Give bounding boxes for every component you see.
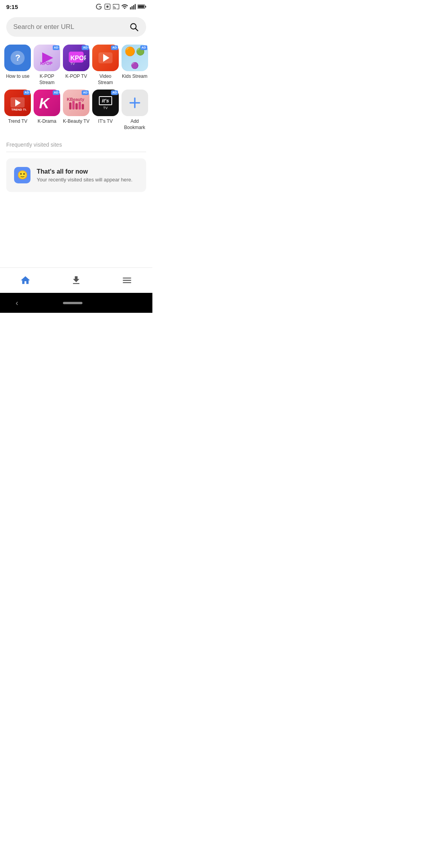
menu-icon [122,275,132,286]
google-icon [95,3,102,10]
bookmark-label-video-stream: Video Stream [92,74,119,86]
status-icons [95,3,146,10]
svg-rect-23 [69,102,72,109]
empty-state-title: That's all for now [37,168,132,175]
bookmark-kpop-stream[interactable]: KPOP AD K-POP Stream [32,45,62,86]
bookmark-label-kids-stream: Kids Stream [122,74,147,80]
ad-badge-video-stream: AD [111,45,118,50]
system-nav-bar: ‹ [0,293,152,313]
add-bookmark-icon [122,90,148,116]
bookmark-label-kpop-stream: K-POP Stream [34,74,60,86]
bookmark-k-beauty[interactable]: KBeauty AD K-Beauty TV [62,90,91,131]
back-button[interactable]: ‹ [16,298,18,307]
bookmark-label-its-tv: IT's TV [98,118,113,125]
bookmark-kpop-tv[interactable]: KPOP TV AD K-POP TV [62,45,91,86]
ad-badge-k-drama: AD [53,90,60,95]
bookmark-trend-tv[interactable]: TREND TV AD Trend TV [3,90,32,131]
search-bar[interactable] [6,17,146,37]
home-icon [20,275,31,286]
menu-nav-button[interactable] [114,273,140,287]
bookmark-kids-stream[interactable]: 🟠🟢🟣 AD Kids Stream [120,45,149,86]
status-time: 9:15 [6,4,18,10]
svg-rect-8 [145,6,146,8]
bookmark-label-add: Add Bookmark [122,118,148,131]
screenshot-icon [104,3,111,10]
search-bar-container [0,12,152,41]
svg-text:TREND TV: TREND TV [11,108,26,111]
signal-icon [130,3,136,10]
svg-rect-26 [79,102,81,109]
svg-text:KBeauty: KBeauty [67,97,85,102]
bookmark-label-k-beauty: K-Beauty TV [63,118,89,125]
section-divider [6,152,146,152]
bookmark-label-trend-tv: Trend TV [8,118,27,125]
empty-state-card: 🙂 That's all for now Your recently visit… [6,158,146,192]
bookmarks-grid: ? How to use KPOP AD K-POP Stream KPOP [0,41,152,135]
bookmark-k-drama[interactable]: K AD K-Drama [32,90,62,131]
bookmark-video-stream[interactable]: AD Video Stream [91,45,120,86]
svg-text:KPOP: KPOP [70,55,86,61]
ad-badge-trend-tv: AD [23,90,30,95]
svg-text:TV: TV [70,62,75,66]
svg-rect-3 [132,6,133,10]
status-bar: 9:15 [0,0,152,12]
main-spacer [0,192,152,267]
wifi-icon [121,3,128,10]
search-input[interactable] [13,23,125,31]
download-icon [71,275,82,286]
ad-badge-k-beauty: AD [82,90,89,95]
svg-rect-24 [72,101,75,109]
download-nav-button[interactable] [63,273,89,287]
bookmark-add[interactable]: Add Bookmark [120,90,149,131]
svg-rect-2 [130,7,131,9]
home-nav-button[interactable] [12,273,39,287]
svg-rect-5 [135,4,136,9]
bookmark-how-to-use[interactable]: ? How to use [3,45,32,86]
svg-rect-25 [75,103,78,109]
svg-text:KPOP: KPOP [40,61,52,66]
svg-point-1 [106,5,109,8]
svg-rect-27 [82,104,84,109]
ad-badge-kids-stream: AD [140,45,147,50]
frequently-visited-title: Frequently visited sites [0,135,152,152]
ad-badge-its-tv: AD [111,90,118,95]
svg-line-10 [136,29,138,31]
empty-state-subtitle: Your recently visited sites will appear … [37,177,132,183]
how-to-use-icon: ? [4,45,31,71]
battery-icon [138,4,146,9]
home-indicator[interactable] [63,302,82,304]
empty-state-icon: 🙂 [14,167,30,183]
ad-badge-kpop-stream: AD [53,45,60,50]
cast-icon [113,3,120,10]
search-icon [129,22,139,32]
bookmark-label-k-drama: K-Drama [38,118,56,125]
bottom-nav [0,267,152,293]
svg-rect-7 [138,5,144,8]
empty-state-text: That's all for now Your recently visited… [37,168,132,183]
svg-text:K: K [39,95,50,111]
ad-badge-kpop-tv: AD [82,45,89,50]
bookmark-its-tv[interactable]: it's TV AD IT's TV [91,90,120,131]
svg-rect-4 [133,5,134,9]
bookmark-label-kpop-tv: K-POP TV [65,74,87,80]
bookmark-label-how-to-use: How to use [6,74,29,80]
